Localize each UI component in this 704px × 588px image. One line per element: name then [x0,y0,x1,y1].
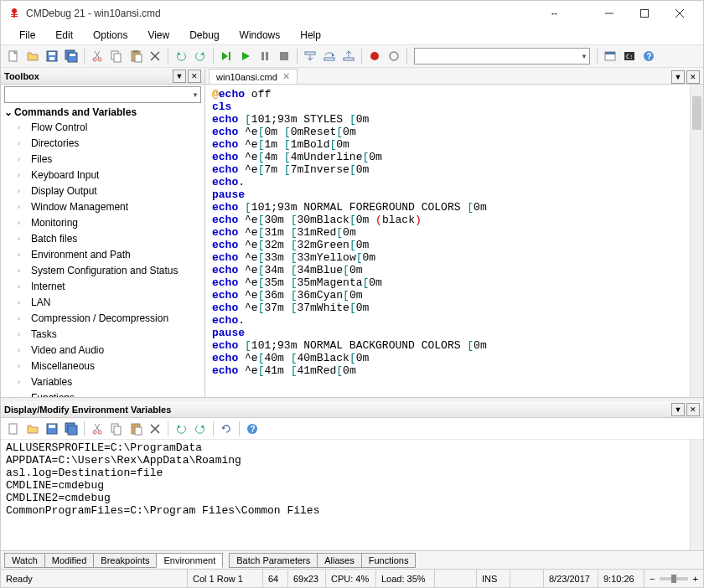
zoom-out-icon[interactable]: − [650,574,655,584]
tree-root[interactable]: ⌄ Commands and Variables [1,105,204,120]
tree-item[interactable]: ›LAN [1,295,204,311]
tree-item[interactable]: ›System Configuration and Status [1,263,204,279]
tab-functions[interactable]: Functions [361,553,417,568]
zoom-control[interactable]: − + [644,570,703,587]
tree-item[interactable]: ›Keyboard Input [1,168,204,183]
env-close-button[interactable]: ✕ [686,403,700,416]
environment-panel: Display/Modify Environment Variables ▼ ✕… [1,398,703,569]
menu-file[interactable]: File [11,28,44,43]
env-dropdown-button[interactable]: ▼ [671,403,685,416]
tab-aliases[interactable]: Aliases [317,553,361,568]
tab-breakpoints[interactable]: Breakpoints [93,553,157,568]
tab-modified[interactable]: Modified [44,553,95,568]
env-line[interactable]: CMDLINE=cmdebug [6,479,698,492]
editor-tab[interactable]: win10ansi.cmd ✕ [209,69,298,84]
zoom-in-icon[interactable]: + [693,574,698,584]
toolbox-close-button[interactable]: ✕ [188,70,201,83]
options-button[interactable] [601,47,619,65]
env-cut-button[interactable] [88,420,106,438]
env-line[interactable]: ALLUSERSPROFILE=C:\ProgramData [6,441,698,454]
copy-button[interactable] [107,47,126,65]
env-line[interactable]: CommonProgramFiles=C:\Program Files\Comm… [6,504,698,517]
tree-item[interactable]: ›Files [1,152,204,168]
env-delete-button[interactable] [146,420,164,438]
tree-item[interactable]: ›Batch files [1,231,204,247]
open-file-button[interactable] [23,47,42,65]
tab-environment[interactable]: Environment [156,553,223,568]
menu-help[interactable]: Help [292,28,329,43]
menu-options[interactable]: Options [85,28,136,43]
svg-line-16 [96,51,100,58]
menu-view[interactable]: View [139,28,178,43]
env-save-button[interactable] [43,420,61,438]
env-open-button[interactable] [23,420,42,438]
tree-item[interactable]: ›Window Management [1,199,204,215]
tree-item-label: Flow Control [31,121,87,135]
env-line[interactable]: asl.log=Destination=file [6,467,698,479]
menu-edit[interactable]: Edit [47,28,81,43]
tree-item[interactable]: ›Display Output [1,183,204,199]
editor-dropdown-button[interactable]: ▼ [671,70,685,84]
undo-button[interactable] [172,47,190,65]
minimize-button[interactable] [593,2,626,25]
env-scrollbar[interactable] [690,440,703,550]
resize-handle-icon[interactable]: ↔ [550,8,559,18]
run-to-cursor-button[interactable] [217,47,236,65]
menu-windows[interactable]: Windows [231,28,289,43]
svg-rect-32 [344,58,354,60]
tab-watch[interactable]: Watch [4,553,45,568]
env-help-button[interactable]: ? [243,420,261,438]
save-all-button[interactable] [62,47,80,65]
step-into-button[interactable] [301,47,319,65]
env-saveall-button[interactable] [62,420,80,438]
tree-item[interactable]: ›Tasks [1,327,204,343]
svg-rect-43 [49,425,55,428]
env-copy-button[interactable] [107,420,126,438]
find-combo[interactable]: ▼ [414,48,590,64]
tree-item[interactable]: ›Environment and Path [1,247,204,263]
redo-button[interactable] [191,47,210,65]
close-button[interactable] [663,2,696,25]
cut-button[interactable] [88,47,106,65]
close-icon[interactable]: ✕ [282,71,290,82]
tree-item[interactable]: ›Flow Control [1,120,204,136]
help-button[interactable]: ? [639,47,658,65]
menu-debug[interactable]: Debug [181,28,227,43]
env-refresh-button[interactable] [217,420,236,438]
tree-item[interactable]: ›Internet [1,279,204,295]
env-new-button[interactable] [4,420,23,438]
tree-item[interactable]: ›Video and Audio [1,343,204,358]
env-redo-button[interactable] [191,420,210,438]
commands-tree[interactable]: ⌄ Commands and Variables ›Flow Control›D… [1,105,204,397]
pause-button[interactable] [256,47,274,65]
save-button[interactable] [43,47,61,65]
cmd-button[interactable]: C: [620,47,639,65]
tree-item[interactable]: ›Miscellaneous [1,358,204,374]
editor-scrollbar[interactable] [690,85,703,397]
env-line[interactable]: CMDLINE2=cmdebug [6,492,698,504]
env-undo-button[interactable] [172,420,190,438]
step-out-button[interactable] [339,47,358,65]
new-file-button[interactable] [4,47,23,65]
breakpoint-button[interactable] [385,47,403,65]
run-button[interactable] [236,47,255,65]
tree-item[interactable]: ›Functions [1,390,204,397]
editor-close-button[interactable]: ✕ [686,70,700,84]
record-button[interactable] [365,47,384,65]
env-line[interactable]: APPDATA=C:\Users\Rex\AppData\Roaming [6,454,698,467]
tab-batch-parameters[interactable]: Batch Parameters [229,553,318,568]
step-over-button[interactable] [320,47,339,65]
stop-button[interactable] [275,47,293,65]
tree-item[interactable]: ›Compression / Decompression [1,311,204,327]
tree-item[interactable]: ›Monitoring [1,215,204,231]
env-list[interactable]: ALLUSERSPROFILE=C:\ProgramDataAPPDATA=C:… [1,440,703,550]
tree-item[interactable]: ›Directories [1,136,204,152]
code-editor[interactable]: @echo off cls echo [101;93m STYLES [0m e… [205,85,703,397]
toolbox-search-combo[interactable]: ▼ [4,86,201,103]
maximize-button[interactable] [628,2,661,25]
tree-item[interactable]: ›Variables [1,374,204,390]
paste-button[interactable] [127,47,145,65]
delete-button[interactable] [146,47,164,65]
env-paste-button[interactable] [127,420,145,438]
toolbox-dropdown-button[interactable]: ▼ [173,70,186,83]
